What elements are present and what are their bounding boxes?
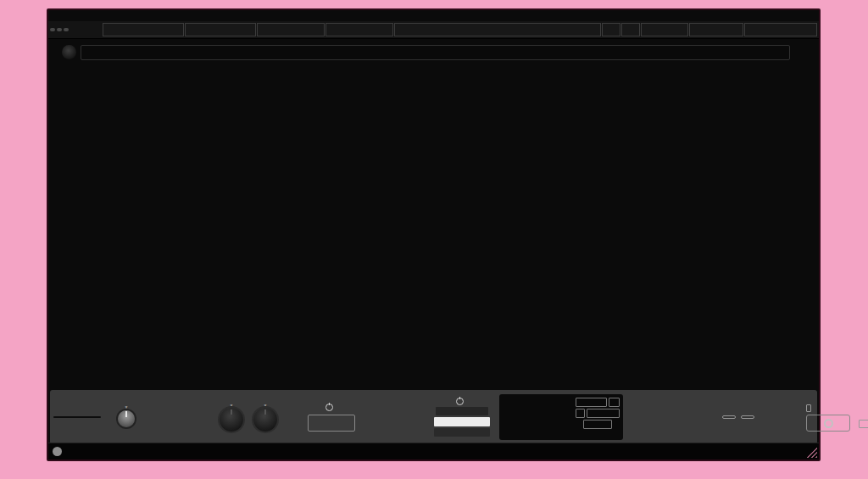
- scale-lock-button[interactable]: [436, 407, 488, 415]
- swing-targets: [152, 417, 201, 418]
- scale-to-tp-button[interactable]: [434, 428, 490, 437]
- midi-toggle-group: [50, 28, 69, 31]
- macro-knobs: ▼ ▼: [209, 404, 287, 432]
- preset-next-button[interactable]: [621, 23, 640, 36]
- chord-power-icon[interactable]: [326, 404, 333, 411]
- menu-icon[interactable]: [326, 23, 393, 36]
- page-list: [53, 416, 101, 418]
- version-label: [185, 23, 256, 36]
- tab-row: [48, 42, 819, 63]
- rec-leng-value[interactable]: [859, 420, 868, 428]
- scale-edit-button[interactable]: [576, 398, 607, 407]
- restart-button[interactable]: [722, 415, 736, 419]
- scale-power-icon[interactable]: [456, 398, 464, 405]
- plugin-title: [103, 23, 184, 36]
- save-button[interactable]: [641, 23, 688, 36]
- scale-keyboard-panel: [499, 394, 623, 440]
- tab-bar: [81, 45, 790, 60]
- scale-targets: [626, 417, 676, 418]
- logo-icon: [62, 45, 76, 59]
- bottom-panel: ▼ ▼ ▼: [50, 390, 817, 444]
- scale-root-value[interactable]: [576, 409, 585, 418]
- record-button[interactable]: [806, 415, 850, 432]
- menubar: [48, 21, 819, 39]
- status-bar: [48, 443, 819, 460]
- scale-keyboard: [503, 398, 572, 437]
- chord-open-button[interactable]: [308, 415, 355, 432]
- record-icon: [824, 419, 833, 428]
- swing-knob[interactable]: [118, 410, 135, 427]
- macro-knob-2[interactable]: [253, 408, 277, 432]
- tp-to-scale-button[interactable]: [434, 417, 490, 426]
- register-button[interactable]: [257, 23, 325, 36]
- swing-section: ▼: [104, 405, 148, 429]
- chord-targets: [370, 417, 420, 418]
- seq-select-spinner[interactable]: [793, 44, 815, 61]
- save-as-button[interactable]: [689, 23, 743, 36]
- scale-preset-button[interactable]: [583, 420, 612, 429]
- macro-marker-icon: ▼: [264, 404, 268, 408]
- scale-section: [428, 398, 496, 437]
- resync-button[interactable]: [741, 415, 754, 419]
- preset-prev-button[interactable]: [602, 23, 620, 36]
- preset-button[interactable]: [394, 23, 601, 36]
- info-icon[interactable]: [53, 447, 62, 456]
- swing-marker-icon: ▼: [125, 405, 129, 409]
- macro-marker-icon: ▼: [230, 404, 234, 408]
- recorder-edit-button[interactable]: [806, 404, 811, 412]
- mute-button[interactable]: [50, 28, 55, 31]
- root-shift-button[interactable]: [587, 409, 620, 418]
- thru-button[interactable]: [57, 28, 62, 31]
- seq-restart-section: [684, 414, 793, 421]
- scale-menu-icon[interactable]: [609, 398, 620, 407]
- chord-section: [296, 404, 367, 432]
- ch-lock-button[interactable]: [64, 28, 69, 31]
- macro-knob-1[interactable]: [220, 408, 243, 432]
- midi-recorder-section: [801, 403, 868, 432]
- resize-grip[interactable]: [804, 445, 817, 458]
- main-menu: [103, 23, 817, 36]
- brand-button[interactable]: [744, 23, 817, 36]
- plugin-window: ▼ ▼ ▼: [47, 8, 821, 461]
